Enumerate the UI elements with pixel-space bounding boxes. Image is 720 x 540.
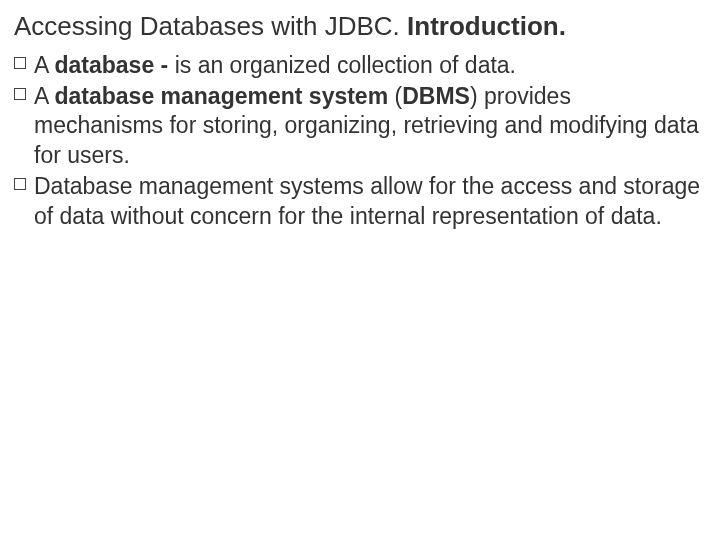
slide-title: Accessing Databases with JDBC. Introduct… xyxy=(14,10,706,43)
bullet-list: A database - is an organized collection … xyxy=(14,51,706,232)
title-bold: Introduction. xyxy=(407,11,566,41)
text-bold: database management system xyxy=(54,83,394,109)
text: A xyxy=(34,52,54,78)
slide: Accessing Databases with JDBC. Introduct… xyxy=(0,0,720,231)
text-bold: DBMS xyxy=(402,83,470,109)
text: A xyxy=(34,83,54,109)
text-bold: database - xyxy=(54,52,174,78)
list-item: A database management system (DBMS) prov… xyxy=(14,82,706,170)
title-plain: Accessing Databases with JDBC. xyxy=(14,11,407,41)
list-item: Database management systems allow for th… xyxy=(14,172,706,231)
text: Database management systems allow for th… xyxy=(34,173,700,228)
text: is an organized collection of data. xyxy=(175,52,516,78)
list-item: A database - is an organized collection … xyxy=(14,51,706,80)
